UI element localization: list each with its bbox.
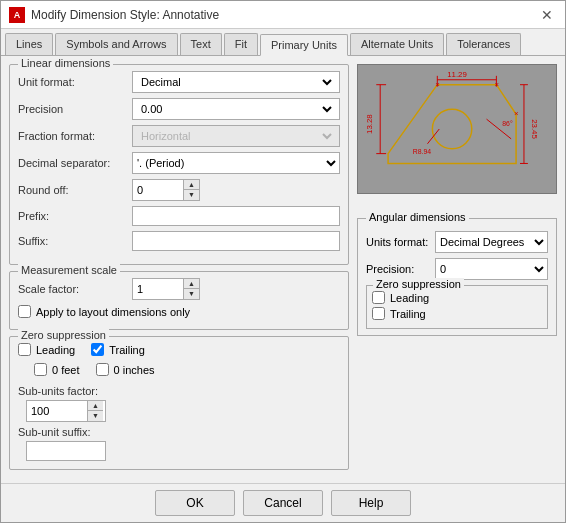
precision-row: Precision 0.00 xyxy=(18,98,340,120)
leading-checkbox[interactable] xyxy=(18,343,31,356)
tab-text[interactable]: Text xyxy=(180,33,222,55)
tab-symbols[interactable]: Symbols and Arrows xyxy=(55,33,177,55)
main-content: Linear dimensions Unit format: Decimal P… xyxy=(1,56,565,483)
precision-select[interactable]: 0.00 xyxy=(137,99,335,119)
trailing-label: Trailing xyxy=(109,344,145,356)
feet-inches-row: 0 feet 0 inches xyxy=(34,363,340,379)
prefix-input[interactable] xyxy=(132,206,340,226)
inches-checkbox[interactable] xyxy=(96,363,109,376)
ang-zero-suppression-box: Zero suppression Leading Trailing xyxy=(366,285,548,329)
ang-leading-checkbox[interactable] xyxy=(372,291,385,304)
measurement-group: Measurement scale Scale factor: ▲ ▼ Appl… xyxy=(9,271,349,330)
main-window: A Modify Dimension Style: Annotative ✕ L… xyxy=(0,0,566,523)
ang-leading-row: Leading xyxy=(372,291,542,304)
tab-lines[interactable]: Lines xyxy=(5,33,53,55)
help-button[interactable]: Help xyxy=(331,490,411,516)
suffix-input[interactable] xyxy=(132,231,340,251)
svg-text:×: × xyxy=(514,109,519,118)
round-off-down[interactable]: ▼ xyxy=(183,190,199,200)
sub-units-factor-spinner-row: ▲ ▼ xyxy=(26,400,340,422)
preview-svg: 11.29 13.28 23.45 86° R8.94 xyxy=(358,65,556,193)
round-off-label: Round off: xyxy=(18,184,128,196)
round-off-spinner-btns: ▲ ▼ xyxy=(183,180,199,200)
bottom-buttons: OK Cancel Help xyxy=(1,483,565,522)
sub-unit-suffix-row: Sub-unit suffix: xyxy=(18,426,340,438)
feet-label: 0 feet xyxy=(52,364,80,376)
apply-layout-row: Apply to layout dimensions only xyxy=(18,305,340,318)
scale-up[interactable]: ▲ xyxy=(183,279,199,289)
angular-group-label: Angular dimensions xyxy=(366,211,469,223)
precision-label: Precision xyxy=(18,103,128,115)
sub-unit-suffix-input-row xyxy=(26,441,340,461)
ang-units-label: Units format: xyxy=(366,236,431,248)
svg-text:13.28: 13.28 xyxy=(365,114,374,134)
svg-text:86°: 86° xyxy=(502,120,513,127)
ok-button[interactable]: OK xyxy=(155,490,235,516)
sub-unit-suffix-label: Sub-unit suffix: xyxy=(18,426,118,438)
feet-checkbox[interactable] xyxy=(34,363,47,376)
round-off-row: Round off: ▲ ▼ xyxy=(18,179,340,201)
ang-trailing-label: Trailing xyxy=(390,308,426,320)
angular-group: Angular dimensions Units format: Decimal… xyxy=(357,218,557,336)
inches-label: 0 inches xyxy=(114,364,155,376)
zero-suppression-label: Zero suppression xyxy=(18,329,109,341)
svg-text:23.45: 23.45 xyxy=(530,119,539,139)
inches-row: 0 inches xyxy=(96,363,155,376)
linear-group-label: Linear dimensions xyxy=(18,57,113,69)
tab-fit[interactable]: Fit xyxy=(224,33,258,55)
sub-units-spinner[interactable]: ▲ ▼ xyxy=(26,400,106,422)
suffix-row: Suffix: xyxy=(18,231,340,251)
title-bar-left: A Modify Dimension Style: Annotative xyxy=(9,7,219,23)
decimal-sep-label: Decimal separator: xyxy=(18,157,128,169)
apply-layout-label: Apply to layout dimensions only xyxy=(36,306,190,318)
unit-format-row: Unit format: Decimal xyxy=(18,71,340,93)
decimal-sep-select[interactable]: '. (Period) xyxy=(133,156,339,170)
trailing-row: Trailing xyxy=(91,343,145,356)
leading-label: Leading xyxy=(36,344,75,356)
close-button[interactable]: ✕ xyxy=(537,5,557,25)
fraction-label: Fraction format: xyxy=(18,130,128,142)
ang-zero-sup-label: Zero suppression xyxy=(373,278,464,290)
ang-trailing-checkbox[interactable] xyxy=(372,307,385,320)
scale-factor-input[interactable] xyxy=(133,279,183,299)
sub-units-input[interactable] xyxy=(27,401,87,421)
scale-down[interactable]: ▼ xyxy=(183,289,199,299)
round-off-spinner[interactable]: ▲ ▼ xyxy=(132,179,200,201)
sub-units-up[interactable]: ▲ xyxy=(87,401,103,411)
sub-units-down[interactable]: ▼ xyxy=(87,411,103,421)
round-off-input[interactable] xyxy=(133,180,183,200)
unit-format-input[interactable]: Decimal xyxy=(132,71,340,93)
svg-text:×: × xyxy=(494,80,499,89)
sub-units-factor-label: Sub-units factor: xyxy=(18,385,118,397)
scale-factor-spinner[interactable]: ▲ ▼ xyxy=(132,278,200,300)
zero-suppression-checkboxes: Leading Trailing xyxy=(18,343,340,359)
tab-primary[interactable]: Primary Units xyxy=(260,34,348,56)
unit-format-select[interactable]: Decimal xyxy=(137,72,335,92)
right-panel: 11.29 13.28 23.45 86° R8.94 xyxy=(357,64,557,475)
apply-layout-checkbox[interactable] xyxy=(18,305,31,318)
ang-units-select[interactable]: Decimal Degrees xyxy=(435,231,548,253)
ang-leading-label: Leading xyxy=(390,292,429,304)
fraction-row: Fraction format: Horizontal xyxy=(18,125,340,147)
scale-factor-label: Scale factor: xyxy=(18,283,128,295)
svg-text:×: × xyxy=(435,80,440,89)
ang-precision-select[interactable]: 0 xyxy=(435,258,548,280)
leading-row: Leading xyxy=(18,343,75,356)
window-title: Modify Dimension Style: Annotative xyxy=(31,8,219,22)
round-off-up[interactable]: ▲ xyxy=(183,180,199,190)
precision-input[interactable]: 0.00 xyxy=(132,98,340,120)
tab-bar: Lines Symbols and Arrows Text Fit Primar… xyxy=(1,29,565,56)
feet-row: 0 feet xyxy=(34,363,80,376)
prefix-label: Prefix: xyxy=(18,210,128,222)
tab-alternate[interactable]: Alternate Units xyxy=(350,33,444,55)
trailing-checkbox[interactable] xyxy=(91,343,104,356)
sub-units-factor-row: Sub-units factor: xyxy=(18,385,340,397)
fraction-input: Horizontal xyxy=(132,125,340,147)
sub-units-btns: ▲ ▼ xyxy=(87,401,103,421)
tab-tolerances[interactable]: Tolerances xyxy=(446,33,521,55)
cancel-button[interactable]: Cancel xyxy=(243,490,323,516)
app-icon: A xyxy=(9,7,25,23)
scale-factor-row: Scale factor: ▲ ▼ xyxy=(18,278,340,300)
sub-unit-suffix-input[interactable] xyxy=(26,441,106,461)
svg-text:11.29: 11.29 xyxy=(447,70,467,79)
